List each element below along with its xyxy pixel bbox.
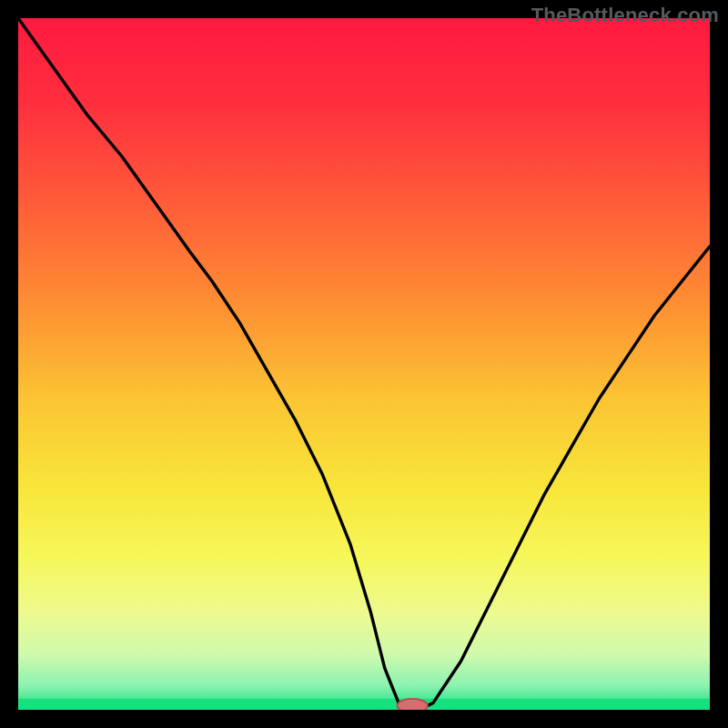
- chart-frame: TheBottleneck.com: [0, 0, 728, 728]
- chart-plot-area: [18, 18, 710, 710]
- gradient-background: [18, 18, 710, 710]
- optimum-marker: [397, 699, 427, 710]
- chart-svg: [18, 18, 710, 710]
- watermark-text: TheBottleneck.com: [531, 4, 719, 27]
- green-baseline-band: [18, 699, 710, 710]
